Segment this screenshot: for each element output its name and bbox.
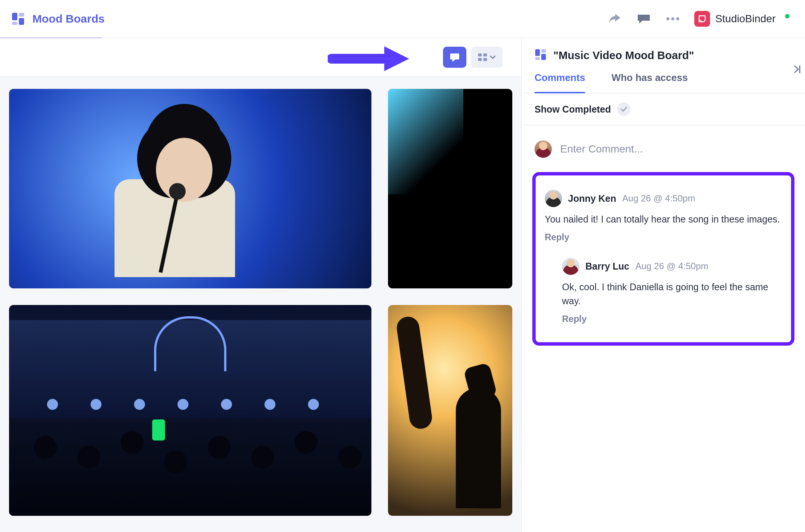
svg-rect-12 (535, 49, 540, 56)
comment-body: Ok, cool. I think Daniella is going to f… (562, 280, 782, 308)
page-title: Mood Boards (32, 12, 105, 25)
tab-comments[interactable]: Comments (535, 72, 585, 93)
comments-view-button[interactable] (443, 47, 466, 68)
board-image-3[interactable] (9, 305, 371, 516)
presence-indicator-icon (784, 13, 791, 20)
svg-rect-15 (535, 57, 540, 60)
comment-time: Aug 26 @ 4:50pm (622, 193, 695, 204)
current-user-avatar (535, 140, 552, 158)
layout-view-button[interactable] (471, 47, 503, 68)
svg-rect-11 (483, 58, 487, 61)
comment-item: Barry Luc Aug 26 @ 4:50pm Ok, cool. I th… (543, 254, 784, 335)
show-completed-label: Show Completed (535, 104, 611, 115)
comments-panel: "Music Video Mood Board" Comments Who ha… (522, 38, 805, 532)
brand-badge-icon (694, 11, 710, 27)
comment-item: Jonny Ken Aug 26 @ 4:50pm You nailed it!… (543, 186, 784, 254)
show-completed-toggle[interactable] (617, 102, 631, 116)
svg-rect-2 (19, 18, 24, 25)
svg-rect-1 (19, 13, 24, 17)
svg-point-6 (676, 17, 679, 20)
moodboard-mini-icon (535, 49, 547, 62)
comment-avatar (545, 190, 562, 207)
present-icon[interactable] (636, 13, 651, 24)
brand-name: StudioBinder (715, 13, 776, 25)
comment-input[interactable] (560, 143, 792, 155)
svg-rect-8 (478, 53, 482, 56)
board-area (0, 38, 522, 532)
comments-highlight-box: Jonny Ken Aug 26 @ 4:50pm You nailed it!… (532, 172, 794, 346)
moodboard-logo-icon (11, 12, 25, 26)
svg-rect-13 (541, 49, 546, 53)
reply-button[interactable]: Reply (562, 314, 782, 324)
svg-point-4 (666, 17, 669, 20)
svg-rect-0 (12, 13, 17, 20)
annotation-arrow-icon (328, 42, 411, 76)
more-icon[interactable] (666, 17, 680, 21)
comment-avatar (562, 258, 579, 275)
panel-title: "Music Video Mood Board" (553, 49, 694, 62)
comment-time: Aug 26 @ 4:50pm (635, 261, 709, 271)
svg-rect-9 (483, 53, 487, 56)
collapse-panel-icon[interactable] (792, 64, 802, 76)
board-image-4[interactable] (388, 305, 512, 516)
chevron-down-icon (490, 55, 496, 59)
svg-rect-14 (541, 54, 546, 60)
share-icon[interactable] (608, 12, 622, 25)
svg-rect-7 (450, 53, 459, 59)
svg-rect-3 (12, 22, 17, 25)
comment-body: You nailed it! I can totally hear the so… (545, 212, 782, 226)
comment-author: Jonny Ken (568, 193, 616, 204)
reply-button[interactable]: Reply (545, 232, 782, 242)
tab-access[interactable]: Who has access (611, 72, 687, 93)
board-image-1[interactable] (9, 89, 371, 288)
comment-author: Barry Luc (585, 261, 629, 272)
board-image-2[interactable] (388, 89, 512, 288)
svg-rect-10 (478, 58, 482, 61)
svg-point-5 (671, 17, 674, 20)
